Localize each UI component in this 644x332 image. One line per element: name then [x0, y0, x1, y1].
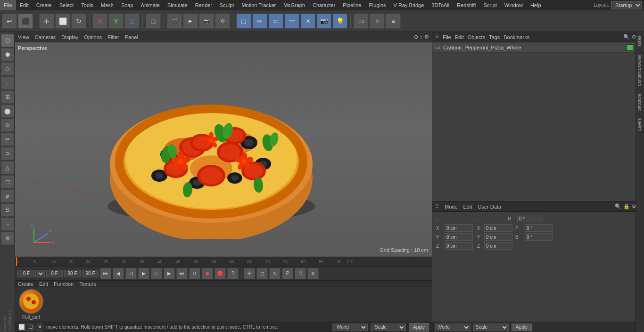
end-frame-input[interactable] [82, 270, 99, 277]
knife-tool-button[interactable]: ✂ [1, 133, 14, 146]
tab-structure[interactable]: Structure [636, 90, 644, 115]
menu-create[interactable]: Create [33, 0, 56, 10]
next-keyframe-button[interactable]: ▷ [151, 268, 162, 279]
y-pos-input[interactable] [445, 233, 473, 241]
object-item-pizza[interactable]: Lo Cartoon_Pepperoni_Pizza_Whole · [432, 42, 644, 53]
mat-menu-texture[interactable]: Texture [79, 281, 96, 287]
uv-tool-button[interactable]: ⊞ [1, 90, 14, 104]
preview-end-input[interactable] [64, 270, 81, 277]
bridge-tool-button[interactable]: ⌀ [1, 189, 14, 202]
menu-mograph[interactable]: MoGraph [280, 0, 309, 10]
move-mode-button[interactable]: ✛ [244, 268, 255, 279]
rotate-tool-button[interactable]: ↻ [71, 14, 86, 29]
menu-tools[interactable]: Tools [77, 0, 97, 10]
p-input[interactable] [525, 224, 553, 232]
tab-content-browser[interactable]: Content Browser [636, 51, 644, 90]
sky-button[interactable]: ○ [370, 14, 385, 29]
menu-window[interactable]: Window [501, 0, 527, 10]
rotate-mode-button[interactable]: ↻ [269, 268, 281, 279]
viewport-menu-cameras[interactable]: Cameras [35, 34, 56, 40]
auto-key-button[interactable]: 🔴 [215, 268, 226, 279]
menu-motion-tracker[interactable]: Motion Tracker [238, 0, 280, 10]
brush-tool-button[interactable]: ⊙ [1, 119, 14, 132]
deformer-button[interactable]: 〜 [284, 14, 299, 29]
record-active-button[interactable]: ⏺ [202, 268, 213, 279]
menu-select[interactable]: Select [56, 0, 78, 10]
go-to-start-button[interactable]: ⏮ [100, 268, 111, 279]
texture-tool-button[interactable]: ⬤ [1, 105, 14, 118]
viewport-maximize-icon[interactable]: ⊕ [414, 34, 418, 40]
attr-menu-userdata[interactable]: User Data [478, 204, 502, 210]
attr-menu-mode[interactable]: Mode [445, 204, 458, 210]
camera-button[interactable]: 📷 [316, 14, 331, 29]
timeline-ruler[interactable]: 0 5 10 15 20 25 30 35 40 45 50 55 60 65 … [15, 257, 432, 266]
menu-plugins[interactable]: Plugins [365, 0, 389, 10]
viewport-menu-display[interactable]: Display [61, 34, 78, 40]
key-help-button[interactable]: ? [227, 268, 239, 279]
scale-mode-button[interactable]: ◻ [256, 268, 268, 279]
render-view-button[interactable]: 📷 [199, 14, 214, 29]
extrude-tool-button[interactable]: △ [1, 161, 14, 174]
menu-pipeline[interactable]: Pipeline [339, 0, 365, 10]
scale-select[interactable]: Scale [371, 324, 406, 331]
frame-step-select[interactable] [37, 270, 45, 277]
render-settings-button[interactable]: ⚙ [215, 14, 230, 29]
viewport-canvas[interactable]: Perspective [15, 42, 432, 257]
point-tool-button[interactable]: · [1, 76, 14, 89]
menu-snap[interactable]: Snap [117, 0, 137, 10]
menu-3dtoall[interactable]: 3DToAll [428, 0, 453, 10]
viewport-menu-filter[interactable]: Filter [107, 34, 119, 40]
viewport-menu-options[interactable]: Options [84, 34, 102, 40]
selection-tool-button[interactable]: ⬡ [1, 34, 14, 47]
mat-menu-function[interactable]: Function [54, 281, 74, 287]
record-button[interactable]: P [282, 268, 293, 279]
prev-keyframe-button[interactable]: ◁ [125, 268, 137, 279]
live-selection-button[interactable]: ⬛ [18, 14, 33, 29]
menu-file[interactable]: File [0, 0, 16, 10]
preview-start-input[interactable] [46, 270, 63, 277]
menu-animate[interactable]: Animate [137, 0, 164, 10]
tab-layers[interactable]: Layers [636, 114, 644, 135]
b-input[interactable] [525, 233, 553, 241]
edge-tool-button[interactable]: ◇ [1, 62, 14, 75]
render-active-button[interactable]: ▶ [183, 14, 198, 29]
menu-mesh[interactable]: Mesh [97, 0, 117, 10]
attr-lock-icon[interactable]: 🔒 [623, 203, 630, 210]
magnet-tool-button[interactable]: ⊗ [1, 232, 14, 245]
timeline-settings-button[interactable]: ≡ [307, 268, 319, 279]
obj-color-tag[interactable] [627, 44, 633, 51]
status-icon-2[interactable]: ☐ [27, 324, 34, 331]
viewport-settings-icon[interactable]: ⚙ [424, 34, 429, 40]
viewport-menu-view[interactable]: View [18, 34, 29, 40]
h-input[interactable] [517, 215, 543, 222]
light-button[interactable]: 💡 [332, 14, 347, 29]
x-axis-button[interactable]: X [92, 14, 107, 29]
timeline-dotgrid-button[interactable]: ⠿ [295, 268, 306, 279]
loop-tool-button[interactable]: ⊃ [1, 147, 14, 160]
current-frame-input[interactable] [17, 270, 36, 277]
viewport-lock-icon[interactable]: ↕ [420, 34, 423, 40]
status-icon-3[interactable]: ✕ [36, 324, 43, 331]
x-rot-input[interactable] [484, 224, 512, 232]
mat-menu-create[interactable]: Create [18, 281, 33, 287]
viewport-menu-panel[interactable]: Panel [125, 34, 138, 40]
menu-script[interactable]: Script [480, 0, 501, 10]
polygon-tool-button[interactable]: ⬢ [1, 48, 14, 61]
menu-render[interactable]: Render [191, 0, 216, 10]
y-axis-button[interactable]: Y [108, 14, 124, 29]
menu-character[interactable]: Character [309, 0, 339, 10]
obj-menu-bookmarks[interactable]: Bookmarks [504, 34, 529, 40]
undo-button[interactable]: ↩ [2, 14, 17, 29]
weld-tool-button[interactable]: S [1, 203, 14, 217]
status-icon-1[interactable]: ⬜ [18, 324, 25, 331]
spline-button[interactable]: ✏ [252, 14, 267, 29]
layout-select[interactable]: Startup [611, 1, 642, 9]
tab-takes[interactable]: Takes [636, 32, 644, 51]
mat-menu-edit[interactable]: Edit [39, 281, 48, 287]
world-select[interactable]: World [332, 324, 368, 331]
y-rot-input[interactable] [484, 233, 512, 241]
x-pos-input[interactable] [445, 224, 473, 232]
obj-search-icon[interactable]: 🔍 [623, 34, 630, 40]
menu-redshift[interactable]: Redshift [453, 0, 479, 10]
smooth-tool-button[interactable]: ~ [1, 218, 14, 231]
